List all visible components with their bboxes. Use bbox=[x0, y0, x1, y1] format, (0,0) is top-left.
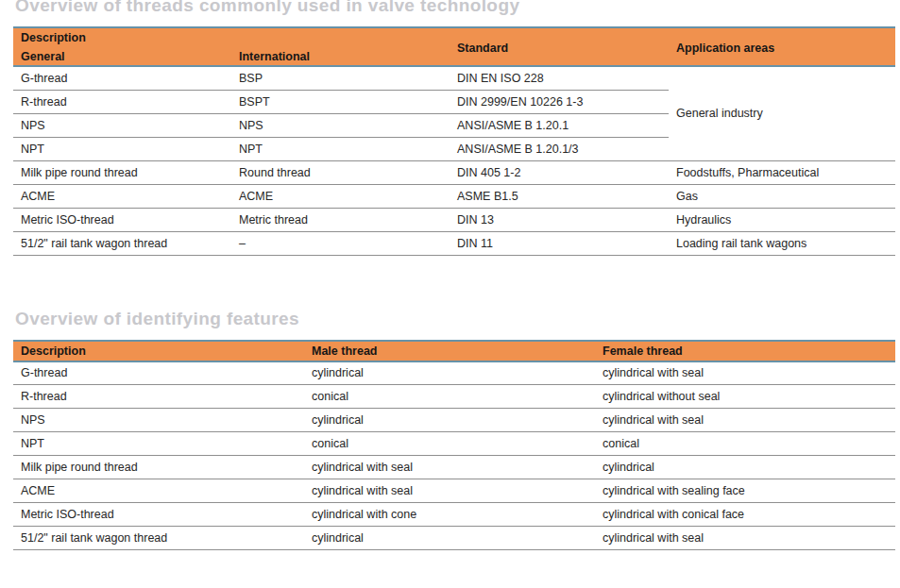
cell-standard: DIN 405 1-2 bbox=[450, 160, 669, 184]
threads-table: Description Standard Application areas G… bbox=[13, 26, 895, 256]
col-header-male-thread: Male thread bbox=[304, 341, 595, 361]
section-title-features: Overview of identifying features bbox=[15, 309, 895, 329]
threads-table-header: Description Standard Application areas G… bbox=[13, 27, 895, 66]
features-table: Description Male thread Female thread G-… bbox=[13, 340, 895, 551]
table-row: ACME ACME ASME B1.5 Gas bbox=[13, 184, 895, 208]
col-header-description: Description bbox=[13, 27, 450, 47]
cell-male-thread: cylindrical bbox=[304, 527, 595, 550]
cell-male-thread: cylindrical bbox=[304, 361, 595, 385]
cell-international: ACME bbox=[231, 184, 450, 208]
cell-general: G-thread bbox=[13, 66, 231, 90]
cell-description: R-thread bbox=[13, 385, 304, 409]
cell-standard: DIN 11 bbox=[450, 231, 669, 255]
cell-male-thread: cylindrical with cone bbox=[304, 503, 595, 527]
cell-standard: DIN EN ISO 228 bbox=[450, 66, 669, 90]
cell-international: Round thread bbox=[231, 160, 450, 184]
cell-female-thread: cylindrical with seal bbox=[595, 361, 895, 385]
cell-male-thread: conical bbox=[304, 385, 595, 409]
col-header-standard: Standard bbox=[450, 27, 669, 66]
table-row: 51/2" rail tank wagon thread – DIN 11 Lo… bbox=[13, 231, 895, 255]
cell-male-thread: cylindrical with seal bbox=[304, 479, 595, 503]
cell-description: NPS bbox=[13, 409, 304, 432]
header-row: Description Male thread Female thread bbox=[13, 341, 895, 361]
col-header-general: General bbox=[13, 47, 231, 66]
cell-general: NPT bbox=[13, 137, 231, 160]
section-title-threads: Overview of threads commonly used in val… bbox=[15, 0, 895, 16]
cell-standard: ANSI/ASME B 1.20.1 bbox=[450, 113, 669, 137]
cell-international: NPT bbox=[231, 137, 450, 160]
cell-description: G-thread bbox=[13, 361, 304, 385]
cell-application: Foodstuffs, Pharmaceutical bbox=[669, 160, 895, 184]
table-row: ACME cylindrical with seal cylindrical w… bbox=[13, 479, 895, 503]
cell-standard: DIN 2999/EN 10226 1-3 bbox=[450, 90, 669, 113]
cell-description: Metric ISO-thread bbox=[13, 503, 304, 527]
table-row: Milk pipe round thread Round thread DIN … bbox=[13, 160, 895, 184]
cell-description: ACME bbox=[13, 479, 304, 503]
cell-international: NPS bbox=[231, 113, 450, 137]
cell-general: R-thread bbox=[13, 90, 231, 113]
cell-international: BSP bbox=[231, 66, 450, 90]
cell-general: Milk pipe round thread bbox=[13, 160, 231, 184]
cell-international: – bbox=[231, 231, 450, 255]
cell-female-thread: cylindrical with seal bbox=[595, 527, 895, 550]
col-header-description: Description bbox=[13, 341, 304, 361]
cell-description: 51/2" rail tank wagon thread bbox=[13, 527, 304, 550]
col-header-application-areas: Application areas bbox=[669, 27, 895, 66]
cell-general: ACME bbox=[13, 184, 231, 208]
cell-description: NPT bbox=[13, 432, 304, 456]
cell-male-thread: conical bbox=[304, 432, 595, 456]
cell-international: BSPT bbox=[231, 90, 450, 113]
cell-application-merged: General industry bbox=[669, 66, 895, 160]
cell-male-thread: cylindrical bbox=[304, 409, 595, 432]
cell-application: Loading rail tank wagons bbox=[669, 231, 895, 255]
page-content: Overview of threads commonly used in val… bbox=[13, 0, 895, 550]
table-row: G-thread cylindrical cylindrical with se… bbox=[13, 361, 895, 385]
cell-general: Metric ISO-thread bbox=[13, 208, 231, 231]
cell-description: Milk pipe round thread bbox=[13, 456, 304, 479]
cell-application: Gas bbox=[669, 184, 895, 208]
table-row: G-thread BSP DIN EN ISO 228 General indu… bbox=[13, 66, 895, 90]
cell-standard: ANSI/ASME B 1.20.1/3 bbox=[450, 137, 669, 160]
table-row: NPS cylindrical cylindrical with seal bbox=[13, 409, 895, 432]
cell-female-thread: cylindrical with sealing face bbox=[595, 479, 895, 503]
cell-female-thread: cylindrical with conical face bbox=[595, 503, 895, 527]
cell-general: 51/2" rail tank wagon thread bbox=[13, 231, 231, 255]
cell-general: NPS bbox=[13, 113, 231, 137]
header-row-1: Description Standard Application areas bbox=[13, 27, 895, 47]
cell-female-thread: cylindrical with seal bbox=[595, 409, 895, 432]
cell-standard: ASME B1.5 bbox=[450, 184, 669, 208]
cell-male-thread: cylindrical with seal bbox=[304, 456, 595, 479]
cell-international: Metric thread bbox=[231, 208, 450, 231]
cell-female-thread: cylindrical without seal bbox=[595, 385, 895, 409]
cell-female-thread: conical bbox=[595, 432, 895, 456]
features-table-header: Description Male thread Female thread bbox=[13, 341, 895, 361]
col-header-female-thread: Female thread bbox=[595, 341, 895, 361]
table-row: R-thread conical cylindrical without sea… bbox=[13, 385, 895, 409]
table-row: 51/2" rail tank wagon thread cylindrical… bbox=[13, 527, 895, 550]
table-row: Metric ISO-thread cylindrical with cone … bbox=[13, 503, 895, 527]
cell-female-thread: cylindrical bbox=[595, 456, 895, 479]
cell-application: Hydraulics bbox=[669, 208, 895, 231]
table-row: Milk pipe round thread cylindrical with … bbox=[13, 456, 895, 479]
table-row: NPT conical conical bbox=[13, 432, 895, 456]
col-header-international: International bbox=[231, 47, 450, 66]
table-row: Metric ISO-thread Metric thread DIN 13 H… bbox=[13, 208, 895, 231]
cell-standard: DIN 13 bbox=[450, 208, 669, 231]
